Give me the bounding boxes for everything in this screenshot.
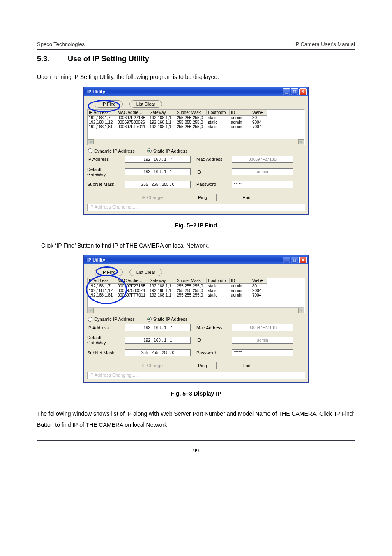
device-listview[interactable]: IP Address MAC Addre... Gateway Subnet M… <box>87 109 305 145</box>
window-title: IP Utility <box>87 257 105 262</box>
table-row[interactable]: 192,168,1,81000697FF7011192,168,1,1255,2… <box>88 293 304 297</box>
close-icon[interactable]: ✕ <box>299 257 307 263</box>
label-password: Password <box>196 182 226 187</box>
id-field: admin <box>232 337 293 344</box>
settings-form: IP Address 192 . 168 . 1 . 7 Mac Address… <box>87 324 305 356</box>
ip-address-input[interactable]: 192 . 168 . 1 . 7 <box>125 324 191 331</box>
scroll-right-icon[interactable]: > <box>298 308 304 313</box>
header-divider <box>37 49 355 50</box>
paragraph-outro: The following window shows list of IP al… <box>37 408 355 430</box>
col-id[interactable]: ID <box>230 110 251 116</box>
header: Speco Technologies IP Camera User's Manu… <box>37 41 355 47</box>
company-name: Speco Technologies <box>37 41 85 47</box>
gateway-input[interactable]: 192 . 168 . 1 . 1 <box>125 337 191 344</box>
label-gateway: Default GateWay <box>87 335 119 345</box>
label-subnet: SubNet Mask <box>87 182 119 187</box>
col-bootproto[interactable]: Bootproto <box>207 278 230 284</box>
col-ip[interactable]: IP Address <box>88 278 116 284</box>
label-ip: IP Address <box>87 157 119 162</box>
scroll-left-icon[interactable]: < <box>88 139 94 144</box>
col-webport[interactable]: WebP <box>251 110 267 116</box>
settings-form: IP Address 192 . 168 . 1 . 7 Mac Address… <box>87 156 305 188</box>
table-row[interactable]: 192,168,1,7000697F2713B192,168,1,1255,25… <box>88 116 304 120</box>
ping-button[interactable]: Ping <box>189 362 217 369</box>
paragraph-intro: Upon running IP Setting Utility, the fol… <box>37 72 355 83</box>
section-number: 5.3. <box>37 55 49 63</box>
page-number: 99 <box>37 447 355 454</box>
titlebar: IP Utility _ □ ✕ <box>84 87 308 96</box>
footer-divider <box>37 440 355 441</box>
section-title-text: Use of IP Setting Utility <box>68 55 149 63</box>
end-button[interactable]: End <box>233 362 260 369</box>
table-row[interactable]: 192,168,1,12000697500026192,168,1,1255,2… <box>88 120 304 125</box>
static-ip-radio[interactable]: Static IP Address <box>147 317 188 322</box>
window-title: IP Utility <box>87 89 105 94</box>
minimize-icon[interactable]: _ <box>283 88 290 95</box>
subnet-input[interactable]: 255 . 255 . 255 . 0 <box>125 349 191 356</box>
col-ip[interactable]: IP Address <box>88 110 116 116</box>
gateway-input[interactable]: 192 . 168 . 1 . 1 <box>125 168 191 175</box>
paragraph-click-ipfind: Click ‘IP Find’ Button to find IP of THE… <box>37 240 355 251</box>
listview-header: IP Address MAC Addre... Gateway Subnet M… <box>88 278 304 284</box>
dynamic-ip-radio[interactable]: Dynamic IP Address <box>88 148 135 153</box>
titlebar: IP Utility _ □ ✕ <box>84 255 308 264</box>
col-subnet[interactable]: Subnet Mask <box>175 278 207 284</box>
horizontal-scrollbar[interactable]: < > <box>88 139 304 145</box>
col-gateway[interactable]: Gateway <box>148 278 175 284</box>
listview-header: IP Address MAC Addre... Gateway Subnet M… <box>88 110 304 116</box>
col-subnet[interactable]: Subnet Mask <box>175 110 207 116</box>
maximize-icon[interactable]: □ <box>291 88 298 95</box>
col-bootproto[interactable]: Bootproto <box>207 110 230 116</box>
col-gateway[interactable]: Gateway <box>148 110 175 116</box>
label-mac: Mac Address <box>196 325 226 330</box>
ip-address-input[interactable]: 192 . 168 . 1 . 7 <box>125 156 191 163</box>
label-password: Password <box>196 350 226 355</box>
table-row[interactable]: 192,168,1,81000697FF7011192,168,1,1255,2… <box>88 125 304 129</box>
password-input[interactable]: ***** <box>232 181 293 188</box>
ip-find-button[interactable]: IP Find <box>95 100 123 108</box>
id-field: admin <box>232 168 293 175</box>
horizontal-scrollbar[interactable]: < > <box>88 307 304 313</box>
ip-find-button[interactable]: IP Find <box>95 269 123 276</box>
window-body: IP Find List Clear IP Address MAC Addre.… <box>84 96 308 214</box>
ping-button[interactable]: Ping <box>189 194 217 201</box>
subnet-input[interactable]: 255 . 255 . 255 . 0 <box>125 181 191 188</box>
ip-change-button[interactable]: IP Change <box>132 194 172 201</box>
ip-mode-radios: Dynamic IP Address Static IP Address <box>88 148 305 153</box>
table-row[interactable]: 192,168,1,12000697500026192,168,1,1255,2… <box>88 288 304 293</box>
label-mac: Mac Address <box>196 157 226 162</box>
list-clear-button[interactable]: List Clear <box>129 269 162 276</box>
col-mac[interactable]: MAC Addre... <box>116 110 148 116</box>
label-id: ID <box>196 338 226 343</box>
list-clear-button[interactable]: List Clear <box>129 100 162 108</box>
window-controls: _ □ ✕ <box>283 88 307 95</box>
table-row[interactable]: 192,168,1,7000697F2713B192,168,1,1255,25… <box>88 284 304 288</box>
label-id: ID <box>196 169 226 174</box>
static-ip-radio[interactable]: Static IP Address <box>147 148 188 153</box>
figure-2: IP Utility _ □ ✕ IP Find List Clear IP A… <box>83 255 309 383</box>
col-id[interactable]: ID <box>230 278 251 284</box>
end-button[interactable]: End <box>233 194 260 201</box>
status-bar: IP Address Changing..... <box>87 372 305 379</box>
dynamic-ip-radio[interactable]: Dynamic IP Address <box>88 317 135 322</box>
scroll-right-icon[interactable]: > <box>298 139 304 144</box>
mac-address-field: 000697F2713B <box>232 156 293 163</box>
figure-1: IP Utility _ □ ✕ IP Find List Clear IP A… <box>83 87 309 215</box>
device-listview[interactable]: IP Address MAC Addre... Gateway Subnet M… <box>87 278 305 313</box>
label-gateway: Default GateWay <box>87 167 119 177</box>
status-bar: IP Address Changing..... <box>87 204 305 211</box>
password-input[interactable]: ***** <box>232 349 293 356</box>
label-subnet: SubNet Mask <box>87 350 119 355</box>
scroll-left-icon[interactable]: < <box>88 308 94 313</box>
ip-change-button[interactable]: IP Change <box>132 362 172 369</box>
col-mac[interactable]: MAC Addre... <box>116 278 148 284</box>
ip-mode-radios: Dynamic IP Address Static IP Address <box>88 317 305 322</box>
col-webport[interactable]: WebP <box>251 278 267 284</box>
page: Speco Technologies IP Camera User's Manu… <box>0 0 392 478</box>
minimize-icon[interactable]: _ <box>283 257 290 263</box>
close-icon[interactable]: ✕ <box>299 88 307 95</box>
mac-address-field: 000697F2713B <box>232 324 293 331</box>
maximize-icon[interactable]: □ <box>291 257 298 263</box>
section-heading: 5.3. Use of IP Setting Utility <box>37 55 355 63</box>
ip-utility-window: IP Utility _ □ ✕ IP Find List Clear IP A… <box>83 87 309 215</box>
